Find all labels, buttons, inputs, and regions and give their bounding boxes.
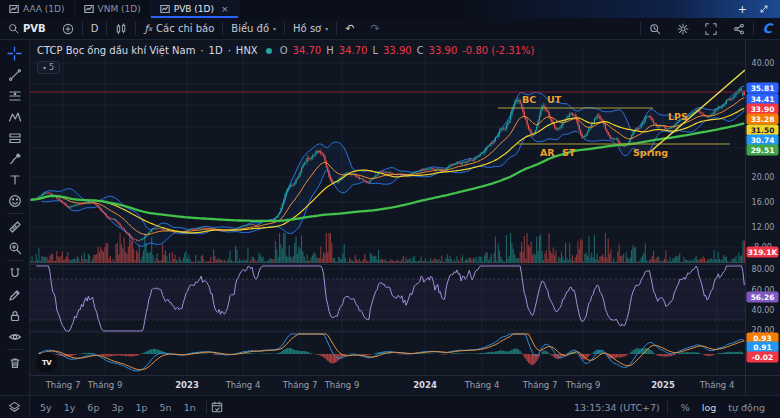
svg-text:80.00: 80.00	[752, 265, 775, 274]
redo-button[interactable]: ↷	[362, 18, 387, 39]
change-value: -0.80 (-2.31%)	[462, 45, 534, 56]
low-value: 33.90	[383, 45, 412, 56]
svg-text:0.91: 0.91	[753, 343, 772, 352]
fib-retracement-tool[interactable]	[0, 85, 29, 106]
measure-tool[interactable]	[0, 216, 29, 237]
symbol-label: PVB	[23, 23, 46, 34]
chart-style-button[interactable]	[107, 18, 135, 39]
expand-window-icon[interactable]	[759, 4, 769, 14]
text-tool[interactable]	[0, 169, 29, 190]
undo-icon: ↶	[345, 22, 354, 35]
lock-drawings-tool[interactable]	[0, 305, 29, 326]
chart-area[interactable]: BCUTARSTSpringLPS40.0024.0020.0016.0012.…	[30, 40, 780, 395]
price-scale[interactable]: 40.0024.0020.0016.0012.008.0080.0060.004…	[745, 40, 780, 395]
indicators-button[interactable]: ƒx Các chỉ báo	[136, 18, 222, 39]
zoom-in-tool[interactable]	[0, 237, 29, 258]
emoji-tool[interactable]	[0, 190, 29, 211]
range-5d[interactable]: 5n	[154, 402, 178, 413]
svg-text:40.00: 40.00	[752, 306, 775, 315]
time-axis[interactable]: Tháng 7Tháng 92023Tháng 4Tháng 7Tháng 92…	[30, 376, 780, 391]
svg-text:Tháng 7: Tháng 7	[45, 380, 81, 390]
cursor-crosshair-tool[interactable]	[0, 43, 29, 64]
goto-date-button[interactable]	[211, 401, 223, 413]
tab-aaa[interactable]: AAA (1D)	[0, 0, 75, 18]
svg-text:Tháng 9: Tháng 9	[87, 380, 123, 390]
svg-text:31.50: 31.50	[751, 126, 775, 135]
market-status-dot	[266, 48, 272, 54]
clock[interactable]: 13:15:34 (UTC+7)	[574, 402, 660, 413]
new-tab-button[interactable]: +	[738, 3, 747, 16]
tab-strip: AAA (1D) VNM (1D) PVB (1D) × +	[0, 0, 780, 18]
tab-close-icon[interactable]: ×	[221, 4, 229, 14]
main-toolbar: PVB D ƒx Các chỉ báo Biểu đồ ▾ Hồ sơ ▾ ↶…	[0, 18, 780, 40]
chevron-down-icon: ▾	[325, 25, 328, 32]
chart-menu-label: Biểu đồ	[231, 23, 269, 34]
alert-icon	[649, 23, 661, 35]
indicators-count: 5	[49, 63, 54, 72]
chart-legend[interactable]: CTCP Bọc ống dầu khí Việt Nam · 1D · HNX…	[37, 45, 534, 56]
fullscreen-button[interactable]	[697, 18, 725, 39]
instrument-title: CTCP Bọc ống dầu khí Việt Nam	[37, 45, 195, 56]
chart-menu-button[interactable]: Biểu đồ ▾	[223, 18, 284, 39]
tab-vnm[interactable]: VNM (1D)	[75, 0, 151, 18]
svg-text:2023: 2023	[175, 380, 199, 390]
alert-button[interactable]	[641, 18, 669, 39]
svg-text:56.26: 56.26	[751, 293, 775, 302]
profile-menu-button[interactable]: Hồ sơ ▾	[285, 18, 336, 39]
svg-text:12.00: 12.00	[752, 223, 775, 232]
compare-button[interactable]	[54, 18, 82, 39]
grid-layer	[30, 48, 745, 375]
chevron-down-icon: ▾	[43, 64, 46, 71]
tab-label: AAA (1D)	[23, 4, 65, 14]
open-label: O	[280, 45, 288, 56]
indicators-label: Các chỉ báo	[156, 23, 214, 34]
trendline-tool[interactable]	[0, 64, 29, 85]
drawing-mode-tool[interactable]	[0, 284, 29, 305]
tab-label: PVB (1D)	[174, 4, 214, 14]
tradingview-logo[interactable]: TV	[36, 352, 57, 373]
magnet-tool[interactable]	[0, 263, 29, 284]
legend-interval: 1D	[209, 45, 223, 56]
app-logo[interactable]: C	[754, 18, 780, 39]
auto-scale-button[interactable]: tự động	[722, 402, 771, 413]
range-5y[interactable]: 5y	[34, 402, 58, 413]
rsi-pane	[30, 266, 745, 331]
layers-icon	[8, 401, 21, 414]
undo-button[interactable]: ↶	[337, 18, 362, 39]
svg-text:20.00: 20.00	[752, 173, 775, 182]
chart-tab-icon	[160, 4, 170, 14]
object-tree-button[interactable]	[0, 396, 30, 418]
legend-sep: ·	[200, 45, 203, 56]
range-1d[interactable]: 1n	[178, 402, 202, 413]
tab-pvb-active[interactable]: PVB (1D) ×	[151, 0, 239, 18]
long-short-position-tool[interactable]	[0, 127, 29, 148]
svg-text:30.74: 30.74	[751, 136, 775, 145]
high-value: 34.70	[339, 45, 368, 56]
share-button[interactable]	[725, 18, 753, 39]
indicators-collapsed-pill[interactable]: ▾ 5	[37, 61, 60, 74]
xabcd-pattern-tool[interactable]	[0, 106, 29, 127]
broker-logo-letter: C	[762, 21, 772, 36]
svg-text:LPS: LPS	[668, 111, 688, 122]
bottom-toolbar: 5y 1y 6p 3p 1p 5n 1n 13:15:34 (UTC+7) % …	[0, 395, 780, 418]
hide-drawings-tool[interactable]	[0, 326, 29, 347]
interval-button[interactable]: D	[83, 18, 107, 39]
remove-drawings-tool[interactable]	[0, 352, 29, 373]
chart-canvas[interactable]: BCUTARSTSpringLPS40.0024.0020.0016.0012.…	[30, 40, 780, 395]
symbol-search[interactable]: PVB	[0, 18, 54, 39]
percent-scale-button[interactable]: %	[675, 402, 696, 413]
svg-text:33.90: 33.90	[751, 105, 775, 114]
svg-text:Tháng 9: Tháng 9	[324, 380, 360, 390]
range-3m[interactable]: 3p	[105, 402, 129, 413]
brush-tool[interactable]	[0, 148, 29, 169]
svg-text:Spring: Spring	[633, 147, 668, 158]
settings-button[interactable]	[669, 18, 697, 39]
chart-tab-icon	[9, 4, 19, 14]
range-1y[interactable]: 1y	[58, 402, 82, 413]
svg-text:ST: ST	[562, 147, 576, 158]
chevron-down-icon: ▾	[273, 25, 276, 32]
range-1m[interactable]: 1p	[130, 402, 154, 413]
log-scale-button[interactable]: log	[696, 402, 722, 413]
add-symbol-icon	[62, 23, 74, 35]
range-6m[interactable]: 6p	[81, 402, 105, 413]
